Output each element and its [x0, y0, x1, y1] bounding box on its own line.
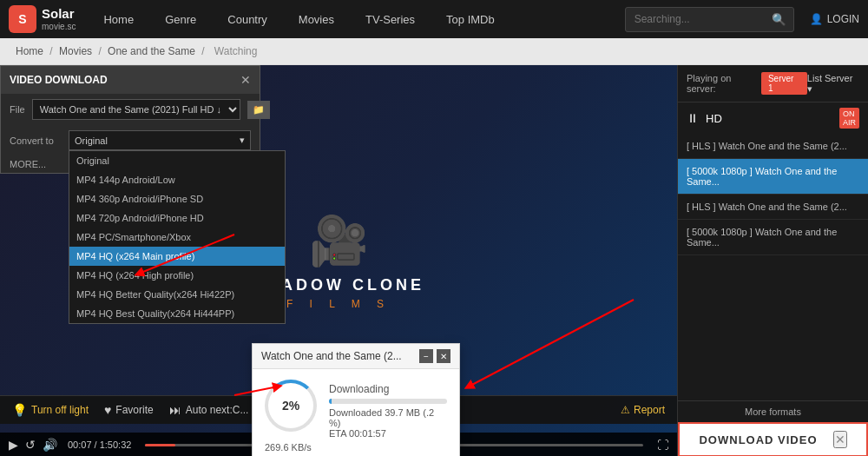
dl-progress-bar [329, 399, 447, 404]
vd-close-button[interactable]: ✕ [240, 73, 251, 87]
sidebar: Playing on server: Server 1 List Server … [677, 65, 868, 456]
vd-file-row: File Watch One and the Same (2021) Full … [1, 94, 260, 125]
nav-top-imdb[interactable]: Top IMDb [434, 8, 507, 31]
option-mp4-720[interactable]: MP4 720p Android/iPhone HD [69, 208, 285, 228]
main-content: 🎥 SHADOW CLONE F I L M S ▶ ↺ 🔊 00:07 / 1… [0, 65, 868, 456]
vd-convert-row: Convert to Original ▾ Original MP4 144p … [1, 125, 260, 155]
volume-button[interactable]: 🔊 [43, 438, 57, 452]
breadcrumb-watching: Watching [214, 45, 258, 57]
search-button[interactable]: 🔍 [765, 8, 793, 31]
search-bar: 🔍 [625, 7, 794, 32]
option-mp4-144[interactable]: MP4 144p Android/Low [69, 170, 285, 189]
favorite-button[interactable]: ♥ Favorite [104, 403, 154, 417]
skip-icon: ⏭ [169, 403, 181, 417]
option-mp4-hq-high[interactable]: MP4 HQ (x264 High profile) [69, 266, 285, 285]
option-mp4-360[interactable]: MP4 360p Android/iPhone SD [69, 189, 285, 208]
light-label: Turn off light [31, 404, 89, 416]
hd-badge-area: ⏸ HD ONAIR [678, 102, 868, 134]
playing-on-label: Playing on server: [687, 73, 761, 94]
report-label: Report [634, 404, 665, 416]
replay-button[interactable]: ↺ [25, 438, 36, 452]
breadcrumb-home[interactable]: Home [16, 45, 43, 57]
download-video-label: DOWNLOAD VIDEO [699, 433, 817, 446]
vd-convert-wrapper: Original ▾ Original MP4 144p Android/Low… [69, 130, 251, 150]
download-dialog: Watch One and the Same (2... − ✕ 2% Down… [252, 343, 460, 456]
breadcrumb: Home / Movies / One and the Same / Watch… [0, 38, 868, 65]
option-mp4-hq-best[interactable]: MP4 HQ Best Quality(x264 Hi444PP) [69, 304, 285, 323]
vd-convert-dropdown[interactable]: Original ▾ [69, 130, 251, 150]
nav-tv-series[interactable]: TV-Series [353, 8, 427, 31]
dl-dialog-header: Watch One and the Same (2... − ✕ [253, 344, 459, 369]
video-download-overlay: VIDEO DOWNLOAD ✕ File Watch One and the … [0, 65, 260, 174]
vd-convert-label: Convert to [10, 135, 62, 146]
dl-close-button[interactable]: ✕ [437, 349, 450, 363]
more-formats-link[interactable]: More formats [678, 400, 868, 422]
vd-dropdown-list: Original MP4 144p Android/Low MP4 360p A… [69, 150, 286, 324]
dl-minimize-button[interactable]: − [419, 349, 433, 363]
time-display: 00:07 / 1:50:32 [68, 439, 131, 450]
pause-icon: ⏸ [687, 111, 699, 125]
dl-dialog-title: Watch One and the Same (2... [261, 350, 402, 362]
option-mp4-hq-main[interactable]: MP4 HQ (x264 Main profile) [69, 247, 285, 266]
header: S Solar movie.sc Home Genre Country Movi… [0, 0, 868, 38]
login-label: LOGIN [827, 13, 859, 25]
option-mp4-hq-better[interactable]: MP4 HQ Better Quality(x264 Hi422P) [69, 285, 285, 304]
dl-progress-area: 2% Downloading Downloaded 39.7 MB (.2 %)… [253, 369, 459, 456]
vd-file-btn[interactable]: 📁 [247, 101, 270, 119]
server-badge[interactable]: Server 1 [761, 72, 807, 95]
fullscreen-button[interactable]: ⛶ [657, 439, 668, 452]
server-list: [ HLS ] Watch One and the Same (2... [ 5… [678, 134, 868, 400]
breadcrumb-title[interactable]: One and the Same [108, 45, 195, 57]
download-video-bar[interactable]: DOWNLOAD VIDEO ✕ [678, 422, 868, 456]
auto-next-label: Auto next:C... [186, 404, 249, 416]
login-area[interactable]: 👤 LOGIN [810, 13, 859, 25]
vd-convert-value: Original [75, 135, 108, 146]
vd-title: VIDEO DOWNLOAD [10, 74, 108, 86]
dl-status: Downloading [329, 383, 447, 395]
server-item-1[interactable]: [ 5000k 1080p ] Watch One and the Same..… [678, 159, 868, 195]
nav-country[interactable]: Country [215, 8, 279, 31]
server-item-0[interactable]: [ HLS ] Watch One and the Same (2... [678, 134, 868, 159]
server-item-2[interactable]: [ HLS ] Watch One and the Same (2... [678, 195, 868, 220]
dl-eta: ETA 00:01:57 [329, 428, 447, 439]
breadcrumb-movies[interactable]: Movies [59, 45, 92, 57]
server-item-3[interactable]: [ 5000k 1080p ] Watch One and the Same..… [678, 220, 868, 255]
nav-genre[interactable]: Genre [153, 8, 208, 31]
sidebar-header: Playing on server: Server 1 List Server … [678, 65, 868, 102]
logo-text: Solar movie.sc [42, 7, 76, 31]
dl-info: Downloading Downloaded 39.7 MB (.2 %) ET… [329, 380, 447, 439]
logo: S Solar movie.sc [9, 5, 76, 33]
video-area: 🎥 SHADOW CLONE F I L M S ▶ ↺ 🔊 00:07 / 1… [0, 65, 677, 456]
dl-downloaded: Downloaded 39.7 MB (.2 %) [329, 407, 447, 428]
dl-progress-fill [329, 399, 332, 404]
lightbulb-icon: 💡 [12, 403, 27, 417]
search-input[interactable] [626, 8, 765, 30]
dl-speed: 269.6 KB/s [265, 442, 447, 453]
hd-label: HD [706, 112, 722, 125]
warning-icon: ⚠ [621, 404, 630, 416]
account-icon: 👤 [810, 13, 823, 25]
on-air-badge: ONAIR [839, 108, 859, 129]
play-button[interactable]: ▶ [9, 438, 18, 452]
nav-movies[interactable]: Movies [286, 8, 346, 31]
vd-file-label: File [10, 104, 25, 115]
auto-next-toggle[interactable]: ⏭ Auto next:C... [169, 403, 249, 417]
heart-icon: ♥ [104, 403, 111, 417]
report-button[interactable]: ⚠ Report [621, 404, 665, 416]
vd-header: VIDEO DOWNLOAD ✕ [1, 66, 260, 94]
dl-dialog-controls: − ✕ [419, 349, 450, 363]
download-video-close[interactable]: ✕ [833, 431, 847, 448]
option-original[interactable]: Original [69, 151, 285, 170]
turn-off-light[interactable]: 💡 Turn off light [12, 403, 89, 417]
option-mp4-pc[interactable]: MP4 PC/Smartphone/Xbox [69, 228, 285, 247]
nav-home[interactable]: Home [91, 8, 146, 31]
vd-file-select[interactable]: Watch One and the Same (2021) Full HD ↓ [32, 99, 240, 120]
logo-icon: S [9, 5, 36, 33]
chevron-down-icon: ▾ [240, 135, 245, 146]
dl-progress-circle: 2% [265, 380, 317, 432]
favorite-label: Favorite [115, 404, 153, 416]
list-server-link[interactable]: List Server ▾ [807, 73, 859, 95]
